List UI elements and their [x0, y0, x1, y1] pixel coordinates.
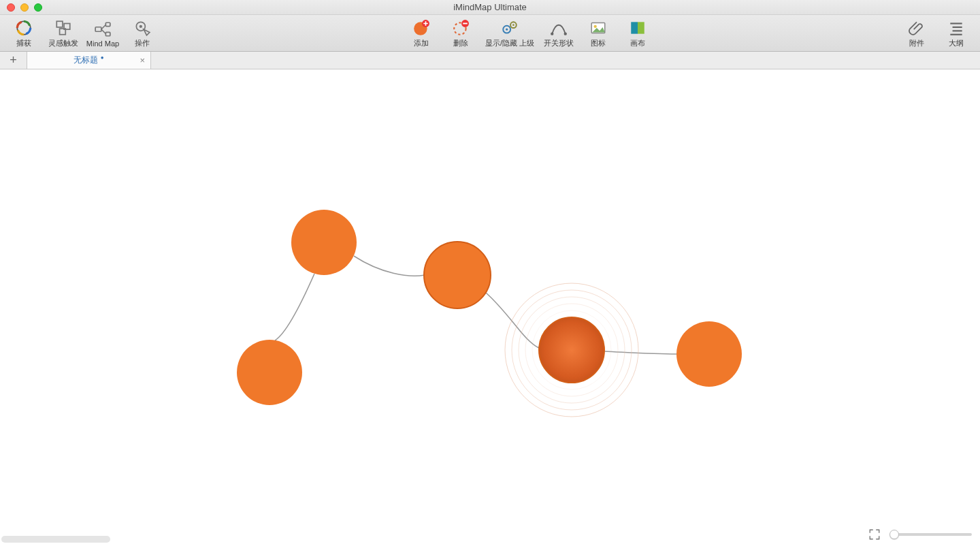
mindmap-edge	[275, 274, 314, 340]
icon-button-label: 图标	[591, 38, 606, 48]
mindmap-button[interactable]: Mind Map	[83, 15, 122, 51]
aperture-icon	[15, 19, 33, 37]
fit-to-screen-button[interactable]	[868, 528, 881, 541]
circle-plus-icon	[412, 19, 430, 37]
dashed-circle-minus-icon	[452, 19, 470, 37]
svg-rect-1	[56, 21, 63, 27]
toolbar-group-left: 捕获 灵感触发 Mind Map 操作	[4, 15, 162, 51]
outline-button[interactable]: 大纲	[936, 15, 976, 51]
svg-point-19	[551, 33, 553, 35]
svg-rect-24	[638, 22, 644, 33]
svg-rect-4	[95, 27, 101, 31]
actions-button[interactable]: 操作	[122, 15, 162, 51]
attachment-button[interactable]: 附件	[897, 15, 936, 51]
mindmap-node[interactable]	[237, 340, 302, 405]
picture-icon	[589, 19, 607, 37]
document-tab[interactable]: 无标题 ● ×	[27, 52, 151, 69]
add-node-button[interactable]: 添加	[402, 15, 441, 51]
gear-pointer-icon	[133, 19, 151, 37]
document-tabbar: + 无标题 ● ×	[0, 52, 980, 69]
svg-point-22	[594, 25, 597, 28]
attachment-label: 附件	[909, 38, 924, 48]
outline-list-icon	[947, 19, 965, 37]
inspire-label: 灵感触发	[48, 38, 78, 48]
toolbar-group-center: 添加 删除 显示/隐藏 上级 开关形状 图标	[402, 15, 657, 51]
svg-rect-7	[105, 22, 110, 26]
canvas-style-label: 画布	[630, 38, 645, 48]
svg-rect-23	[631, 22, 638, 33]
curve-icon	[550, 19, 568, 37]
document-tab-title: 无标题 ●	[74, 54, 103, 66]
svg-point-16	[506, 29, 508, 31]
add-node-label: 添加	[414, 38, 429, 48]
mindmap-edge	[486, 293, 540, 349]
paperclip-icon	[908, 19, 926, 37]
window-titlebar: iMindMap Ultimate	[0, 0, 980, 15]
canvas-style-button[interactable]: 画布	[618, 15, 657, 51]
mindmap-canvas[interactable]	[0, 69, 980, 544]
mindmap-node[interactable]	[539, 317, 604, 383]
outline-label: 大纲	[949, 38, 964, 48]
svg-point-20	[564, 33, 567, 35]
window-minimize-button[interactable]	[20, 3, 29, 12]
toggle-shape-label: 开关形状	[544, 38, 574, 48]
zoom-slider-knob[interactable]	[889, 530, 899, 539]
status-bar	[0, 525, 980, 544]
window-close-button[interactable]	[7, 3, 15, 12]
tab-close-button[interactable]: ×	[140, 55, 145, 65]
mindmap-icon	[94, 20, 112, 38]
svg-point-18	[512, 24, 514, 26]
capture-button[interactable]: 捕获	[4, 15, 44, 51]
window-zoom-button[interactable]	[34, 3, 42, 12]
toolbar-group-right: 附件 大纲	[897, 15, 976, 51]
plus-icon: +	[10, 53, 17, 67]
mindmap-node[interactable]	[291, 210, 357, 275]
svg-point-10	[140, 25, 142, 28]
mindmap-node[interactable]	[424, 242, 491, 308]
actions-label: 操作	[135, 38, 150, 48]
svg-line-5	[101, 25, 106, 29]
svg-line-6	[101, 29, 106, 34]
show-hide-parent-label: 显示/隐藏 上级	[485, 38, 534, 48]
svg-rect-8	[105, 32, 110, 35]
mindmap-label: Mind Map	[86, 39, 119, 48]
window-controls	[0, 3, 42, 12]
window-title: iMindMap Ultimate	[0, 2, 980, 12]
delete-node-button[interactable]: 删除	[441, 15, 480, 51]
boxes-icon	[54, 19, 72, 37]
new-tab-button[interactable]: +	[0, 52, 27, 69]
zoom-slider[interactable]	[890, 533, 972, 536]
main-toolbar: 捕获 灵感触发 Mind Map 操作 添加	[0, 15, 980, 52]
toggle-shape-button[interactable]: 开关形状	[539, 15, 578, 51]
canvas-swatch-icon	[629, 19, 647, 37]
show-hide-parent-button[interactable]: 显示/隐藏 上级	[480, 15, 539, 51]
capture-label: 捕获	[16, 38, 31, 48]
gears-icon	[501, 19, 519, 37]
inspire-button[interactable]: 灵感触发	[44, 15, 83, 51]
mindmap-node[interactable]	[676, 321, 742, 387]
delete-node-label: 删除	[453, 38, 468, 48]
mindmap-edge	[354, 256, 425, 276]
icon-button[interactable]: 图标	[578, 15, 618, 51]
mindmap-edge	[604, 351, 676, 354]
